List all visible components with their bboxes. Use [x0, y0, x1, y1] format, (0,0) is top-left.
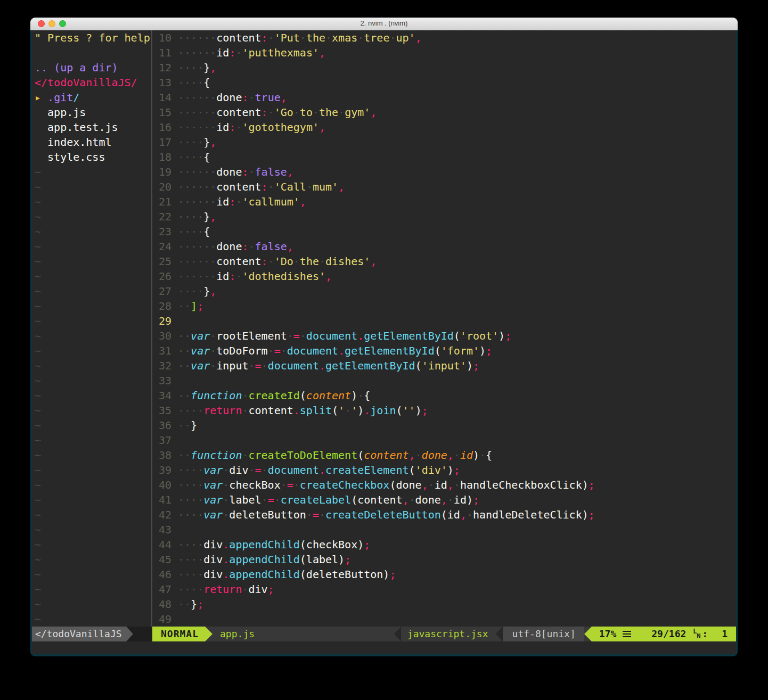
titlebar: 2. nvim . (nvim) [30, 18, 738, 30]
empty-line-tilde: ~ [32, 448, 151, 463]
code-line-32[interactable]: 32··var·input·=·document.getElementById(… [152, 358, 736, 373]
mode-indicator: NORMAL [152, 627, 205, 641]
line-number: 48 [152, 597, 171, 612]
main-statusline: NORMAL app.js javascript.jsx utf-8[unix]… [152, 627, 736, 641]
empty-line-tilde: ~ [32, 597, 151, 612]
code-line-23[interactable]: 23····{ [152, 224, 736, 239]
code-line-42[interactable]: 42····var·deleteButton·=·createDeleteBut… [152, 507, 736, 522]
empty-line-tilde: ~ [32, 358, 151, 373]
traffic-lights [38, 20, 66, 27]
code-line-48[interactable]: 48··}; [152, 597, 736, 612]
code-line-24[interactable]: 24······done:·false, [152, 239, 736, 254]
line-number: 13 [152, 75, 171, 90]
line-number: 47 [152, 582, 171, 597]
code-line-25[interactable]: 25······content:·'Do·the·dishes', [152, 254, 736, 269]
empty-line-tilde: ~ [32, 418, 151, 433]
code-line-34[interactable]: 34··function·createId(content)·{ [152, 388, 736, 403]
empty-line-tilde: ~ [32, 269, 151, 284]
line-number: 16 [152, 120, 171, 135]
code-line-33[interactable]: 33 [152, 373, 736, 388]
line-number: 25 [152, 254, 171, 269]
tree-help-line[interactable]: " Press ? for help [32, 30, 151, 45]
line-number: 29 [152, 314, 171, 328]
tree-blank-line[interactable] [32, 45, 151, 60]
menu-lines-icon [623, 631, 631, 632]
code-line-36[interactable]: 36··} [152, 418, 736, 433]
empty-line-tilde: ~ [32, 612, 151, 627]
line-number: 44 [152, 537, 171, 552]
empty-line-tilde: ~ [32, 254, 151, 269]
editor-buffer[interactable]: 10······content:·'Put·the·xmas·tree·up',… [152, 30, 736, 627]
code-line-10[interactable]: 10······content:·'Put·the·xmas·tree·up', [152, 30, 736, 45]
line-number: 31 [152, 343, 171, 358]
code-line-44[interactable]: 44····div.appendChild(checkBox); [152, 537, 736, 552]
tree-file-app-js[interactable]: app.js [32, 105, 151, 120]
line-number: 24 [152, 239, 171, 254]
line-number: 37 [152, 433, 171, 448]
code-line-21[interactable]: 21······id:·'callmum', [152, 194, 736, 209]
code-line-14[interactable]: 14······done:·true, [152, 90, 736, 105]
code-line-26[interactable]: 26······id:·'dothedishes', [152, 269, 736, 284]
line-number: 15 [152, 105, 171, 120]
code-line-17[interactable]: 17····}, [152, 135, 736, 150]
tree-file-style-css[interactable]: style.css [32, 150, 151, 164]
vim-main: " Press ? for help.. (up a dir)</todoVan… [32, 30, 736, 627]
column-separator: : [702, 627, 708, 641]
minimize-button[interactable] [48, 20, 55, 27]
empty-line-tilde: ~ [32, 492, 151, 507]
line-number: 42 [152, 507, 171, 522]
code-line-13[interactable]: 13····{ [152, 75, 736, 90]
code-line-19[interactable]: 19······done:·false, [152, 164, 736, 179]
code-line-46[interactable]: 46····div.appendChild(deleteButton); [152, 567, 736, 582]
code-line-45[interactable]: 45····div.appendChild(label); [152, 552, 736, 567]
code-line-38[interactable]: 38··function·createToDoElement(content,·… [152, 448, 736, 463]
line-number: 36 [152, 418, 171, 433]
powerline-arrow-icon [394, 627, 401, 641]
statusline: </todoVanillaJS NORMAL app.js javascript… [32, 627, 736, 641]
zoom-button[interactable] [59, 20, 66, 27]
powerline-arrow-icon [205, 627, 213, 641]
tree-file-index-html[interactable]: index.html [32, 135, 151, 150]
code-line-16[interactable]: 16······id:·'gotothegym', [152, 120, 736, 135]
line-number: 34 [152, 388, 171, 403]
code-line-12[interactable]: 12····}, [152, 60, 736, 75]
line-number: 41 [152, 492, 171, 507]
line-number: 21 [152, 194, 171, 209]
tree-root[interactable]: </todoVanillaJS/ [32, 75, 151, 90]
tree-dir-git[interactable]: ▸ .git/ [32, 90, 151, 105]
line-number: 43 [152, 522, 171, 537]
code-line-20[interactable]: 20······content:·'Call·mum', [152, 179, 736, 194]
powerline-arrow-icon [126, 627, 133, 641]
empty-line-tilde: ~ [32, 179, 151, 194]
code-line-47[interactable]: 47····return·div; [152, 582, 736, 597]
code-line-49[interactable]: 49 [152, 612, 736, 627]
command-line[interactable] [32, 641, 736, 654]
code-line-27[interactable]: 27····}, [152, 284, 736, 299]
empty-line-tilde: ~ [32, 552, 151, 567]
empty-line-tilde: ~ [32, 582, 151, 597]
code-line-15[interactable]: 15······content:·'Go·to·the·gym', [152, 105, 736, 120]
code-line-31[interactable]: 31··var·toDoForm·=·document.getElementBy… [152, 343, 736, 358]
code-line-39[interactable]: 39····var·div·=·document.createElement('… [152, 463, 736, 477]
line-number: 11 [152, 45, 171, 60]
tree-file-app-test-js[interactable]: app.test.js [32, 120, 151, 135]
code-line-40[interactable]: 40····var·checkBox·=·createCheckbox(done… [152, 477, 736, 492]
code-line-22[interactable]: 22····}, [152, 209, 736, 224]
code-line-41[interactable]: 41····var·label·=·createLabel(content,·d… [152, 492, 736, 507]
code-line-43[interactable]: 43 [152, 522, 736, 537]
tree-up-dir[interactable]: .. (up a dir) [32, 60, 151, 75]
cursor-position: 29/162 [651, 627, 686, 641]
code-line-11[interactable]: 11······id:·'putthexmas', [152, 45, 736, 60]
code-line-18[interactable]: 18····{ [152, 150, 736, 164]
code-line-35[interactable]: 35····return·content.split('·').join('')… [152, 403, 736, 418]
code-line-28[interactable]: 28··]; [152, 299, 736, 314]
line-number: 46 [152, 567, 171, 582]
line-number: 14 [152, 90, 171, 105]
filename-segment: app.js [213, 627, 255, 641]
nerdtree-sidebar[interactable]: " Press ? for help.. (up a dir)</todoVan… [32, 30, 151, 627]
code-line-37[interactable]: 37 [152, 433, 736, 448]
code-line-30[interactable]: 30··var·rootElement·=·document.getElemen… [152, 328, 736, 343]
empty-line-tilde: ~ [32, 388, 151, 403]
close-button[interactable] [38, 20, 45, 27]
code-line-29[interactable]: 29 [152, 314, 736, 328]
